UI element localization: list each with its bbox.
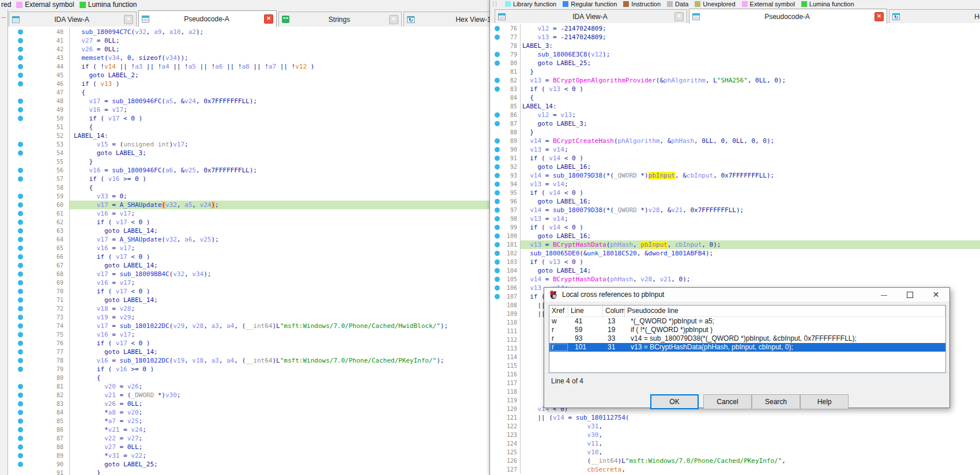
code-line[interactable]: 42 v26 = 0LL; bbox=[0, 45, 489, 54]
gutter-dot-cell[interactable] bbox=[490, 33, 502, 42]
code-line[interactable]: 101 v13 = BCryptHashData(phHash, pbInput… bbox=[490, 240, 980, 249]
gutter-dot-cell[interactable] bbox=[490, 344, 502, 353]
breakpoint-dot[interactable] bbox=[18, 280, 23, 285]
code-text[interactable]: v30, bbox=[520, 431, 980, 439]
gutter-dot-cell[interactable] bbox=[490, 448, 502, 457]
breakpoint-dot[interactable] bbox=[18, 254, 23, 259]
code-text[interactable]: sub_18006E3C8(v12); bbox=[520, 50, 980, 59]
code-text[interactable]: if ( v17 < 0 ) bbox=[69, 287, 489, 296]
pseudocode-view[interactable]: 40 sub_180094C7C(v32, a9, a10, a2);41 v2… bbox=[0, 27, 489, 475]
code-line[interactable]: 80 goto LABEL_25; bbox=[490, 59, 980, 67]
breakpoint-dot[interactable] bbox=[495, 112, 500, 118]
breakpoint-dot[interactable] bbox=[18, 315, 23, 320]
minimize-icon[interactable]: — bbox=[871, 288, 897, 301]
xref-header-cell[interactable]: Pseudocode line bbox=[625, 306, 945, 316]
gutter-dot-cell[interactable] bbox=[490, 310, 502, 318]
code-line[interactable]: 58 { bbox=[0, 183, 489, 192]
code-line[interactable]: 103 if ( v13 < 0 ) bbox=[490, 258, 980, 266]
code-text[interactable]: v17 = A_SHAUpdate(v32, a5, v24); bbox=[69, 201, 489, 209]
breakpoint-dot[interactable] bbox=[495, 173, 500, 178]
code-text[interactable]: sub_180065DE0(&unk_18018C520, &dword_180… bbox=[520, 249, 980, 258]
code-text[interactable]: { bbox=[69, 123, 489, 131]
code-text[interactable]: LABEL_3: bbox=[520, 42, 980, 50]
code-line[interactable]: 88 } bbox=[490, 128, 980, 137]
breakpoint-dot[interactable] bbox=[495, 233, 500, 239]
code-text[interactable]: v17 = A_SHAUpdate(v32, a6, v25); bbox=[69, 235, 489, 244]
code-text[interactable]: v33 = 0; bbox=[69, 192, 489, 201]
breakpoint-dot[interactable] bbox=[18, 116, 23, 121]
code-line[interactable]: 82 v13 = BCryptOpenAlgorithmProvider(&ph… bbox=[490, 76, 980, 85]
code-line[interactable]: 73 v19 = v29; bbox=[0, 313, 489, 322]
breakpoint-dot[interactable] bbox=[18, 306, 23, 311]
code-text[interactable]: v16 = sub_1801022DC(v19, v18, a3, a4, (_… bbox=[69, 356, 489, 365]
breakpoint-dot[interactable] bbox=[18, 64, 23, 69]
gutter-dot-cell[interactable] bbox=[490, 275, 502, 284]
code-line[interactable]: 77 goto LABEL_14; bbox=[0, 348, 489, 356]
gutter-dot-cell[interactable] bbox=[490, 85, 502, 93]
gutter-dot-cell[interactable] bbox=[490, 50, 502, 59]
code-line[interactable]: 91 if ( v14 < 0 ) bbox=[490, 154, 980, 163]
gutter-dot-cell[interactable] bbox=[490, 240, 502, 249]
gutter-dot-cell[interactable] bbox=[490, 206, 502, 214]
gutter-dot-cell[interactable] bbox=[490, 353, 502, 361]
breakpoint-dot[interactable] bbox=[18, 73, 23, 78]
gutter-dot-cell[interactable] bbox=[490, 189, 502, 197]
code-line[interactable]: 68 v17 = sub_18009BB4C(v32, v34); bbox=[0, 270, 489, 278]
breakpoint-dot[interactable] bbox=[495, 26, 500, 31]
code-text[interactable]: if ( v17 < 0 ) bbox=[69, 218, 489, 227]
code-text[interactable]: v12 = -2147024809; bbox=[520, 24, 980, 33]
xref-header-cell[interactable]: Line bbox=[568, 306, 603, 316]
code-text[interactable]: v13 = -2147024809; bbox=[520, 33, 980, 42]
gutter-dot-cell[interactable] bbox=[490, 361, 502, 370]
breakpoint-dot[interactable] bbox=[495, 242, 500, 247]
code-line[interactable]: 125 v10, bbox=[490, 448, 980, 457]
code-text[interactable]: v16 = v17; bbox=[69, 209, 489, 218]
code-text[interactable]: goto LABEL_14; bbox=[520, 266, 980, 275]
code-text[interactable]: if ( v17 < 0 ) bbox=[69, 339, 489, 348]
code-text[interactable]: || (v14 = sub_180112754( bbox=[520, 413, 980, 422]
gutter-dot-cell[interactable] bbox=[490, 214, 502, 223]
code-text[interactable]: if ( v14 < 0 ) bbox=[520, 189, 980, 197]
breakpoint-dot[interactable] bbox=[18, 410, 23, 415]
code-line[interactable]: 47 { bbox=[0, 88, 489, 97]
code-line[interactable]: 94 v13 = v14; bbox=[490, 180, 980, 189]
gutter-dot-cell[interactable] bbox=[490, 128, 502, 137]
code-text[interactable]: goto LABEL_3; bbox=[69, 149, 489, 157]
code-line[interactable]: 89 *v31 = v22; bbox=[0, 451, 489, 460]
code-text[interactable]: v13 = v14; bbox=[520, 214, 980, 223]
code-text[interactable]: v27 = 0LL; bbox=[69, 36, 489, 45]
code-text[interactable]: *v21 = v24; bbox=[69, 425, 489, 434]
breakpoint-dot[interactable] bbox=[18, 462, 23, 467]
code-line[interactable]: 122 v31, bbox=[490, 422, 980, 431]
code-line[interactable]: 59 v33 = 0; bbox=[0, 192, 489, 201]
code-line[interactable]: 85 *a7 = v25; bbox=[0, 417, 489, 425]
code-text[interactable]: v13 = BCryptOpenAlgorithmProvider(&phAlg… bbox=[520, 76, 980, 85]
breakpoint-dot[interactable] bbox=[18, 341, 23, 346]
code-text[interactable]: goto LABEL_14; bbox=[69, 296, 489, 304]
code-text[interactable]: v11, bbox=[520, 439, 980, 448]
code-line[interactable]: 65 v16 = v17; bbox=[0, 244, 489, 252]
breakpoint-dot[interactable] bbox=[495, 182, 500, 187]
code-line[interactable]: 123 v30, bbox=[490, 431, 980, 439]
code-text[interactable]: v16 = v17; bbox=[69, 278, 489, 287]
code-line[interactable]: 50 if ( v17 < 0 ) bbox=[0, 114, 489, 123]
breakpoint-dot[interactable] bbox=[495, 277, 500, 282]
code-text[interactable]: v10, bbox=[520, 448, 980, 457]
gutter-dot-cell[interactable] bbox=[490, 111, 502, 119]
breakpoint-dot[interactable] bbox=[18, 297, 23, 303]
code-line[interactable]: 45 goto LABEL_2; bbox=[0, 71, 489, 80]
code-text[interactable]: (__int64)L"msft:Windows/7.0/Phone/Cached… bbox=[520, 457, 980, 465]
code-line[interactable]: 90 goto LABEL_25; bbox=[0, 460, 489, 469]
code-text[interactable]: goto LABEL_14; bbox=[69, 348, 489, 356]
code-line[interactable]: 69 v16 = v17; bbox=[0, 278, 489, 287]
code-text[interactable]: v14 = BCryptCreateHash(phAlgorithm, &phH… bbox=[520, 137, 980, 145]
code-line[interactable]: 104 goto LABEL_14; bbox=[490, 266, 980, 275]
gutter-dot-cell[interactable] bbox=[490, 67, 502, 76]
code-line[interactable]: 124 v11, bbox=[490, 439, 980, 448]
gutter-dot-cell[interactable] bbox=[490, 171, 502, 180]
code-text[interactable]: v31, bbox=[520, 422, 980, 431]
breakpoint-dot[interactable] bbox=[18, 29, 23, 35]
code-line[interactable]: 64 v17 = A_SHAUpdate(v32, a6, v25); bbox=[0, 235, 489, 244]
code-text[interactable]: v21 = (_DWORD *)v30; bbox=[69, 391, 489, 399]
xref-header-cell[interactable]: Xref bbox=[549, 306, 568, 316]
